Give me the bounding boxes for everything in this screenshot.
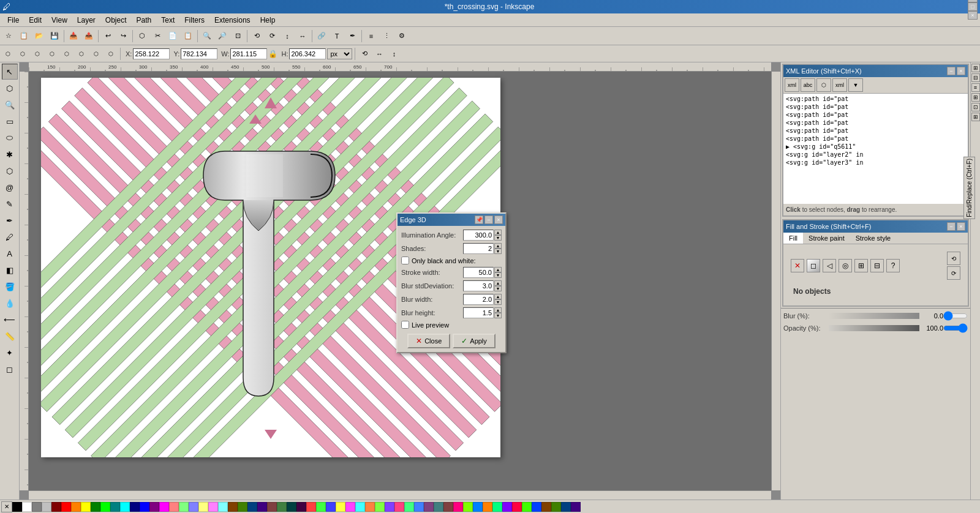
snap-btn-6[interactable]: ⬡ <box>75 47 88 61</box>
palette-color-item[interactable] <box>551 502 561 512</box>
copy-button[interactable]: 📄 <box>165 29 180 43</box>
duplicate-button[interactable]: ⬡ <box>135 29 149 43</box>
strip-btn-4[interactable]: ⊞ <box>971 93 980 102</box>
fill-tab[interactable]: Fill <box>783 233 803 244</box>
blur-height-down[interactable]: ▼ <box>494 313 502 318</box>
menu-path[interactable]: Path <box>132 15 157 26</box>
blur-width-up[interactable]: ▲ <box>494 294 502 299</box>
3dbox-tool[interactable]: ⬡ <box>2 163 18 179</box>
unit-select[interactable]: px mm in <box>327 48 352 59</box>
snap-btn-2[interactable]: ⬡ <box>16 47 29 61</box>
palette-color-item[interactable] <box>404 502 414 512</box>
palette-color-item[interactable] <box>218 502 228 512</box>
blur-std-up[interactable]: ▲ <box>494 280 502 286</box>
menu-help[interactable]: Help <box>255 15 281 26</box>
xml-minimize-button[interactable]: − <box>947 67 956 75</box>
fill-minimize-button[interactable]: − <box>947 222 956 231</box>
cut-button[interactable]: ✂ <box>150 29 165 43</box>
vertical-scrollbar[interactable] <box>771 72 780 490</box>
palette-color-item[interactable] <box>473 502 483 512</box>
palette-color-item[interactable] <box>32 502 42 512</box>
flat-color-button[interactable]: ◻ <box>807 259 820 272</box>
palette-color-item[interactable] <box>238 502 247 512</box>
undo-button[interactable]: ↩ <box>100 29 115 43</box>
palette-color-item[interactable] <box>179 502 189 512</box>
menu-text[interactable]: Text <box>156 15 179 26</box>
menu-file[interactable]: File <box>2 15 24 26</box>
close-button[interactable]: × <box>968 11 978 20</box>
palette-color-item[interactable] <box>22 502 32 512</box>
blur-width-down[interactable]: ▼ <box>494 299 502 305</box>
transform-more-btn[interactable]: ⟲ <box>358 47 371 61</box>
pencil-tool[interactable]: ✎ <box>2 196 18 212</box>
snap-btn-7[interactable]: ⬡ <box>89 47 103 61</box>
find-replace-tab[interactable]: Find/Replace (Ctrl+F) <box>963 157 975 219</box>
radial-gradient-button[interactable]: ◎ <box>839 259 852 272</box>
menu-extensions[interactable]: Extensions <box>209 15 255 26</box>
strip-btn-2[interactable]: ⊟ <box>971 73 980 82</box>
palette-color-item[interactable] <box>561 502 571 512</box>
snap-btn-8[interactable]: ⬡ <box>104 47 118 61</box>
blur-std-down[interactable]: ▼ <box>494 286 502 291</box>
blur-height-up[interactable]: ▲ <box>494 307 502 313</box>
fill-close-button[interactable]: × <box>957 222 965 231</box>
edit-gradient-button[interactable]: ⟲ <box>947 252 960 265</box>
palette-color-item[interactable] <box>71 502 81 512</box>
strip-btn-3[interactable]: ≡ <box>971 83 980 92</box>
menu-object[interactable]: Object <box>100 15 132 26</box>
xml-btn-3[interactable]: ⬡ <box>816 78 831 92</box>
flip-h-btn[interactable]: ↔ <box>372 47 386 61</box>
menu-layer[interactable]: Layer <box>72 15 100 26</box>
snap-button[interactable]: ⚙ <box>394 29 409 43</box>
palette-color-item[interactable] <box>247 502 257 512</box>
connector-tool[interactable]: ⟵ <box>2 312 18 328</box>
xml-close-button[interactable]: × <box>957 67 965 75</box>
new-button[interactable]: ☆ <box>1 29 16 43</box>
zoom-out-button[interactable]: 🔎 <box>215 29 230 43</box>
menu-edit[interactable]: Edit <box>24 15 47 26</box>
live-preview-checkbox[interactable] <box>401 321 409 329</box>
text-button[interactable]: T <box>330 29 344 43</box>
snap-btn-1[interactable]: ⬡ <box>1 47 15 61</box>
palette-color-item[interactable] <box>51 502 61 512</box>
palette-color-item[interactable] <box>169 502 179 512</box>
unknown-paint-button[interactable]: ? <box>886 259 900 272</box>
star-tool[interactable]: ✱ <box>2 146 18 162</box>
h-input[interactable] <box>289 48 326 59</box>
illumination-down[interactable]: ▼ <box>494 235 502 241</box>
palette-color-item[interactable] <box>208 502 218 512</box>
blur-std-input[interactable] <box>463 280 494 291</box>
palette-color-item[interactable] <box>424 502 434 512</box>
maximize-button[interactable]: □ <box>968 2 978 11</box>
palette-color-item[interactable] <box>296 502 306 512</box>
palette-color-item[interactable] <box>571 502 581 512</box>
strip-btn-6[interactable]: ⊞ <box>971 113 980 121</box>
palette-color-item[interactable] <box>159 502 169 512</box>
edge3d-close-button[interactable]: × <box>494 215 503 224</box>
menu-view[interactable]: View <box>47 15 72 26</box>
strip-btn-5[interactable]: ⊡ <box>971 103 980 111</box>
palette-color-item[interactable] <box>61 502 71 512</box>
palette-color-item[interactable] <box>100 502 110 512</box>
palette-color-item[interactable] <box>267 502 277 512</box>
xml-node-5[interactable]: <svg:path id="pat <box>785 135 967 143</box>
shades-input[interactable] <box>463 243 494 254</box>
pattern-button[interactable]: ⊞ <box>854 259 868 272</box>
export-button[interactable]: 📤 <box>81 29 96 43</box>
palette-color-item[interactable] <box>149 502 159 512</box>
palette-color-item[interactable] <box>541 502 551 512</box>
fill-tool[interactable]: 🪣 <box>2 279 18 294</box>
palette-color-item[interactable] <box>414 502 424 512</box>
snap-btn-4[interactable]: ⬡ <box>45 47 59 61</box>
eraser-tool[interactable]: ◻ <box>2 361 18 377</box>
palette-color-item[interactable] <box>316 502 326 512</box>
palette-color-item[interactable] <box>492 502 502 512</box>
open-button[interactable]: 📂 <box>32 29 47 43</box>
illumination-input[interactable] <box>463 230 494 241</box>
linear-gradient-button[interactable]: ◁ <box>823 259 836 272</box>
xml-node-4[interactable]: <svg:path id="pat <box>785 127 967 135</box>
node-button[interactable]: 🔗 <box>314 29 329 43</box>
w-input[interactable] <box>230 48 267 59</box>
palette-color-item[interactable] <box>140 502 149 512</box>
horizontal-scrollbar[interactable] <box>29 490 771 500</box>
